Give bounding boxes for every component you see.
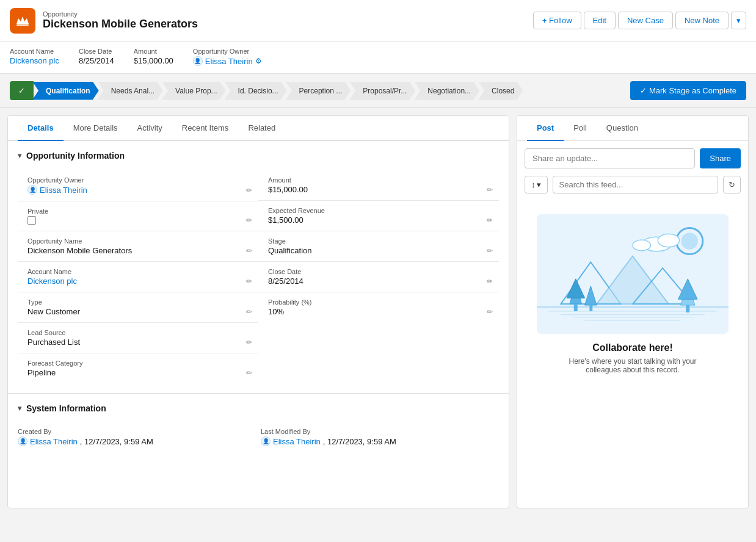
feed-sort-button[interactable]: ↕ ▾ <box>525 176 548 193</box>
field-edit-account-icon[interactable]: ✏ <box>246 277 252 286</box>
edit-button[interactable]: Edit <box>584 12 616 29</box>
system-section-header[interactable]: ▾ System Information <box>18 403 499 413</box>
tab-details[interactable]: Details <box>18 116 64 141</box>
field-edit-stage-icon[interactable]: ✏ <box>487 247 493 255</box>
stage-bar: ✓ Qualification Needs Anal... Value Prop… <box>0 74 756 108</box>
chatter-tab-question[interactable]: Question <box>597 116 648 141</box>
follow-button[interactable]: + Follow <box>533 12 581 29</box>
field-edit-expected-revenue-icon[interactable]: ✏ <box>487 216 493 225</box>
collaborate-area: Collaborate here! Here's where you start… <box>525 201 741 386</box>
feed-controls: ↕ ▾ ↻ <box>525 176 741 193</box>
svg-point-3 <box>681 233 697 249</box>
field-label-probability: Probability (%) <box>268 298 489 306</box>
field-edit-forecast-icon[interactable]: ✏ <box>246 369 252 377</box>
field-opportunity-owner: Opportunity Owner 👤 Elissa Theirin ✏ <box>18 170 258 201</box>
field-edit-opp-owner-icon[interactable]: ✏ <box>246 186 252 195</box>
field-edit-amount-icon[interactable]: ✏ <box>487 186 493 194</box>
mark-stage-complete-button[interactable]: ✓ Mark Stage as Complete <box>630 81 746 100</box>
stage-item-id-decision[interactable]: Id. Decisio... <box>225 82 287 100</box>
field-label-close-date: Close Date <box>268 268 489 275</box>
amount-value: $15,000.00 <box>134 56 173 65</box>
field-edit-type-icon[interactable]: ✏ <box>246 308 252 316</box>
meta-bar: Account Name Dickenson plc Close Date 8/… <box>0 42 756 74</box>
collaborate-illustration <box>537 213 729 335</box>
stage-item-closed[interactable]: Closed <box>478 82 523 100</box>
chatter-tab-post[interactable]: Post <box>527 116 564 141</box>
more-actions-button[interactable]: ▾ <box>731 12 746 29</box>
opp-owner-avatar: 👤 <box>27 185 37 195</box>
tab-recent-items[interactable]: Recent Items <box>172 116 239 141</box>
field-label-stage: Stage <box>268 237 489 245</box>
field-label-type: Type <box>27 298 249 306</box>
main-layout: Details More Details Activity Recent Ite… <box>0 108 756 516</box>
stage-complete-checkmark[interactable]: ✓ <box>10 81 34 100</box>
opportunity-section-title: Opportunity Information <box>26 151 125 161</box>
stage-item-proposal[interactable]: Proposal/Pr... <box>349 82 415 100</box>
field-value-lead-source: Purchased List <box>27 338 249 347</box>
feed-refresh-button[interactable]: ↻ <box>723 176 741 193</box>
field-edit-close-date-icon[interactable]: ✏ <box>487 277 493 286</box>
field-value-forecast: Pipeline <box>27 368 249 377</box>
opp-owner-link[interactable]: Elissa Theirin <box>40 186 87 195</box>
stage-item-value-prop[interactable]: Value Prop... <box>162 82 225 100</box>
account-name-field-link[interactable]: Dickenson plc <box>27 276 77 286</box>
field-lead-source: Lead Source Purchased List ✏ <box>18 323 258 353</box>
account-name-label: Account Name <box>10 48 59 55</box>
field-label-opp-name: Opportunity Name <box>27 237 249 245</box>
details-tabs-bar: Details More Details Activity Recent Ite… <box>8 116 509 141</box>
account-name-link[interactable]: Dickenson plc <box>10 56 59 65</box>
meta-close-date: Close Date 8/25/2014 <box>79 48 114 66</box>
field-edit-probability-icon[interactable]: ✏ <box>487 308 493 316</box>
opportunity-section-header[interactable]: ▾ Opportunity Information <box>18 151 499 161</box>
field-value-expected-revenue: $1,500.00 <box>268 215 489 225</box>
field-edit-lead-source-icon[interactable]: ✏ <box>246 338 252 347</box>
field-edit-opp-name-icon[interactable]: ✏ <box>246 247 252 255</box>
svg-point-6 <box>633 240 650 251</box>
app-icon <box>10 8 35 34</box>
new-case-button[interactable]: New Case <box>618 12 673 29</box>
field-value-private <box>27 216 249 225</box>
field-close-date: Close Date 8/25/2014 ✏ <box>258 262 499 292</box>
tab-related[interactable]: Related <box>238 116 285 141</box>
owner-link[interactable]: Elissa Theirin <box>205 57 253 66</box>
field-value-stage: Qualification <box>268 246 489 255</box>
stage-item-qualification[interactable]: Qualification <box>32 82 99 100</box>
field-value-probability: 10% <box>268 307 489 316</box>
private-checkbox[interactable] <box>27 216 36 225</box>
stage-item-negotiation[interactable]: Negotiation... <box>414 82 479 100</box>
system-field-created-by: Created By 👤 Elissa Theirin , 12/7/2023,… <box>18 423 256 451</box>
created-by-link[interactable]: Elissa Theirin <box>30 437 78 446</box>
feed-search-input[interactable] <box>553 176 719 193</box>
object-type: Opportunity <box>43 10 198 18</box>
field-label-lead-source: Lead Source <box>27 329 249 336</box>
header-title-group: Opportunity Dickenson Mobile Generators <box>43 10 198 31</box>
field-value-type: New Customer <box>27 307 249 316</box>
stage-item-needs-analysis[interactable]: Needs Anal... <box>98 82 163 100</box>
field-label-private: Private <box>27 208 249 215</box>
field-label-opp-owner: Opportunity Owner <box>27 176 249 184</box>
tab-more-details[interactable]: More Details <box>64 116 128 141</box>
new-note-button[interactable]: New Note <box>675 12 729 29</box>
field-stage: Stage Qualification ✏ <box>258 231 499 262</box>
owner-change-icon[interactable]: ⚙ <box>255 57 262 65</box>
fields-left-col: Opportunity Owner 👤 Elissa Theirin ✏ Pri… <box>18 170 258 383</box>
modified-date: , 12/7/2023, 9:59 AM <box>323 437 396 446</box>
system-field-modified-by: Last Modified By 👤 Elissa Theirin , 12/7… <box>261 423 499 451</box>
header-actions: + Follow Edit New Case New Note ▾ <box>533 12 746 29</box>
sort-dropdown-icon: ▾ <box>537 180 541 189</box>
tab-activity[interactable]: Activity <box>128 116 172 141</box>
share-update-input[interactable] <box>525 148 695 168</box>
field-type: Type New Customer ✏ <box>18 292 258 323</box>
field-edit-private-icon[interactable]: ✏ <box>246 216 252 225</box>
svg-rect-12 <box>574 304 578 311</box>
field-private: Private ✏ <box>18 201 258 231</box>
left-panel: Details More Details Activity Recent Ite… <box>7 115 509 508</box>
modified-by-link[interactable]: Elissa Theirin <box>273 437 321 446</box>
meta-owner: Opportunity Owner 👤 Elissa Theirin ⚙ <box>193 48 262 66</box>
owner-avatar-icon: 👤 <box>193 56 203 66</box>
stage-item-perception[interactable]: Perception ... <box>286 82 351 100</box>
chatter-tab-poll[interactable]: Poll <box>564 116 597 141</box>
right-panel: Post Poll Question Share ↕ ▾ ↻ <box>517 115 749 508</box>
created-by-label: Created By <box>18 428 256 435</box>
share-button[interactable]: Share <box>700 148 741 168</box>
